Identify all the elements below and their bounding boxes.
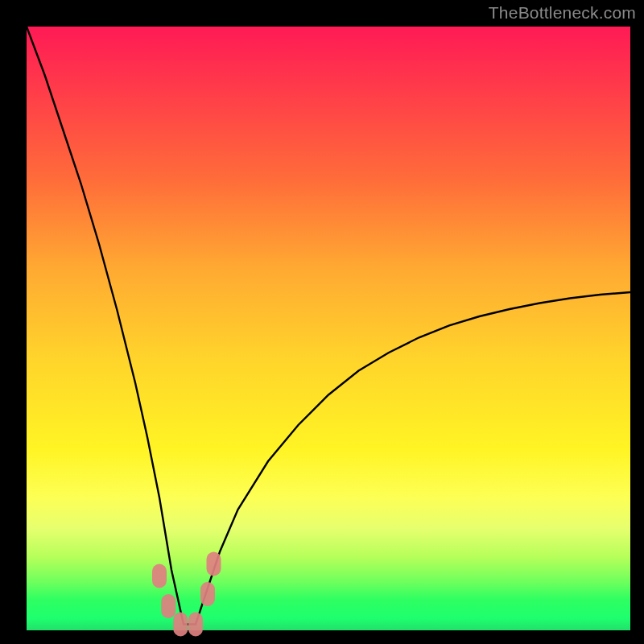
chart-frame: TheBottleneck.com	[0, 0, 644, 644]
curve-markers	[152, 552, 221, 637]
curve-marker	[200, 582, 215, 606]
curve-marker	[173, 613, 188, 637]
curve-marker	[152, 564, 167, 588]
curve-layer	[27, 27, 630, 630]
curve-marker	[161, 594, 175, 618]
watermark-text: TheBottleneck.com	[489, 3, 636, 23]
bottleneck-curve	[27, 27, 630, 625]
curve-marker	[188, 613, 203, 637]
curve-marker	[207, 552, 221, 576]
plot-area	[27, 27, 630, 630]
